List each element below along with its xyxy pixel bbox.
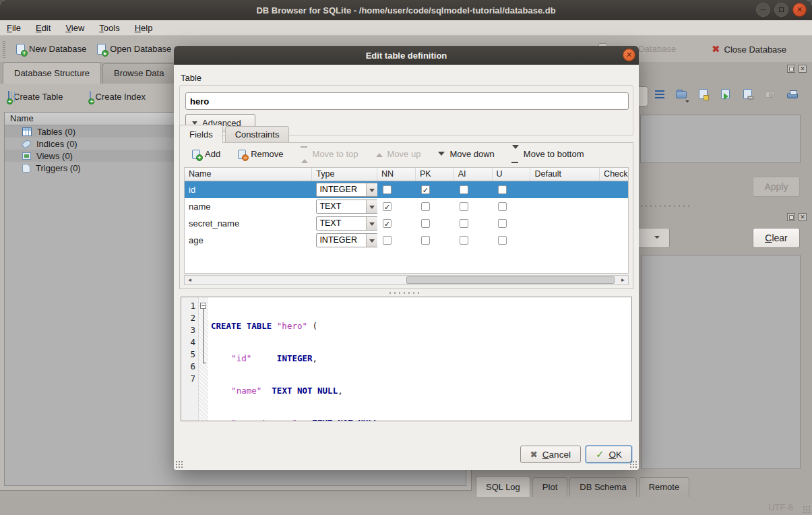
clear-button[interactable]: Clear [753,228,800,248]
u-checkbox[interactable] [498,236,507,245]
dialog-resize-grip[interactable] [630,461,637,468]
field-name[interactable]: name [185,202,312,212]
ai-checkbox[interactable] [460,185,468,194]
cell-editor-area[interactable] [640,115,801,163]
table-name-input[interactable] [185,92,629,110]
link-icon[interactable] [741,88,755,101]
horizontal-scrollbar[interactable]: ◄ ► [184,275,629,285]
save-file-icon[interactable] [697,88,710,101]
pk-checkbox[interactable] [421,219,430,228]
dialog-title: Edit table definition [366,51,447,61]
dock-float-icon[interactable] [787,65,795,73]
sql-code[interactable]: CREATE TABLE "hero" ( "id" INTEGER, "nam… [208,297,631,421]
tab-browse-data[interactable]: Browse Data [102,63,175,84]
dialog-titlebar[interactable]: Edit table definition ✕ [174,46,639,65]
move-up-button[interactable]: Move up [371,147,427,161]
remove-field-button[interactable]: − Remove [232,147,288,161]
col-header-pk[interactable]: PK [416,168,454,181]
pk-checkbox[interactable] [421,202,430,211]
triggers-icon [22,164,30,173]
tab-db-schema[interactable]: DB Schema [569,477,636,497]
export-icon[interactable] [719,88,732,101]
dock-splitter-handle[interactable] [636,205,690,207]
record-icon[interactable] [763,88,777,101]
field-name[interactable]: age [185,235,312,245]
add-icon: + [192,150,200,159]
close-button[interactable]: ✕ [792,3,807,17]
tab-constraints[interactable]: Constraints [225,126,290,143]
dock-close-icon[interactable]: ✕ [799,65,807,73]
nn-checkbox[interactable]: ✓ [383,219,392,228]
field-row-secret-name[interactable]: secret_name TEXT ✓ [185,215,628,232]
menu-edit[interactable]: Edit [36,23,51,33]
ai-checkbox[interactable] [460,219,468,228]
field-row-name[interactable]: name TEXT ✓ [185,198,628,215]
tab-database-structure[interactable]: Database Structure [3,62,101,84]
apply-button[interactable]: Apply [753,177,800,197]
type-combo[interactable]: TEXT [316,216,377,231]
type-combo[interactable]: INTEGER [316,233,377,247]
tab-plot[interactable]: Plot [532,477,567,497]
window-resize-grip[interactable] [803,506,810,513]
minimize-button[interactable]: ─ [756,3,770,17]
col-header-ai[interactable]: AI [454,168,493,181]
tab-remote[interactable]: Remote [639,477,690,497]
open-database-button[interactable]: ▸ Open Database [92,41,177,57]
u-checkbox[interactable] [498,202,507,211]
maximize-icon [779,7,784,12]
menu-file[interactable]: File [7,23,21,33]
ai-checkbox[interactable] [460,202,468,211]
ai-checkbox[interactable] [460,236,468,245]
scroll-left-icon[interactable]: ◄ [185,276,195,284]
field-row-id[interactable]: id INTEGER ✓ [185,181,628,198]
dialog-close-button[interactable]: ✕ [623,49,635,61]
dock-close-icon[interactable]: ✕ [799,213,807,221]
col-header-default[interactable]: Default [530,168,600,181]
main-tabbar: Database Structure Browse Data [3,62,177,84]
col-header-name[interactable]: Name [185,168,312,181]
maximize-button[interactable] [774,3,788,17]
fold-collapse-icon[interactable]: − [200,303,206,309]
print-icon[interactable] [786,88,799,101]
menu-tools[interactable]: Tools [99,23,119,33]
move-to-bottom-button[interactable]: Move to bottom [507,147,590,161]
nn-checkbox[interactable]: ✓ [383,202,392,211]
add-field-button[interactable]: + Add [187,147,226,161]
col-header-nn[interactable]: NN [377,168,416,181]
col-header-check[interactable]: Check [600,168,628,181]
cancel-button[interactable]: ✖ Cancel [520,446,581,463]
u-checkbox[interactable] [498,185,507,194]
move-to-top-button[interactable]: Move to top [296,147,364,161]
dock-float-icon[interactable] [787,213,795,221]
dialog-splitter-handle[interactable] [389,292,420,294]
tab-sql-log[interactable]: SQL Log [476,476,530,497]
ok-button[interactable]: ✓ OK [586,446,632,463]
col-header-u[interactable]: U [493,168,531,181]
field-name[interactable]: id [185,185,312,195]
sql-log-area[interactable] [642,255,801,469]
dialog-resize-grip[interactable] [176,461,183,468]
pk-checkbox[interactable] [421,236,430,245]
field-name[interactable]: secret_name [185,218,312,229]
tab-fields[interactable]: Fields [179,125,223,143]
menu-help[interactable]: Help [135,23,153,33]
menu-view[interactable]: View [65,23,84,33]
create-index-button[interactable]: + Create Index [84,89,150,104]
word-wrap-icon[interactable] [652,88,666,101]
nn-checkbox[interactable] [383,236,392,245]
col-header-type[interactable]: Type [312,168,377,181]
nn-checkbox[interactable] [383,185,392,194]
u-checkbox[interactable] [498,219,507,228]
pk-checkbox[interactable]: ✓ [421,185,430,194]
field-row-age[interactable]: age INTEGER [185,232,628,249]
create-table-button[interactable]: + Create Table [3,89,68,104]
scroll-right-icon[interactable]: ► [618,276,628,284]
scrollbar-thumb[interactable] [406,276,615,284]
close-database-button[interactable]: ✖ Close Database [706,40,792,58]
type-combo[interactable]: TEXT [316,200,377,214]
toolbar-grip[interactable] [3,40,5,58]
move-down-button[interactable]: Move down [433,147,499,161]
type-combo[interactable]: INTEGER [316,183,377,197]
new-database-button[interactable]: + New Database [11,41,92,57]
import-file-icon[interactable] [675,88,688,101]
